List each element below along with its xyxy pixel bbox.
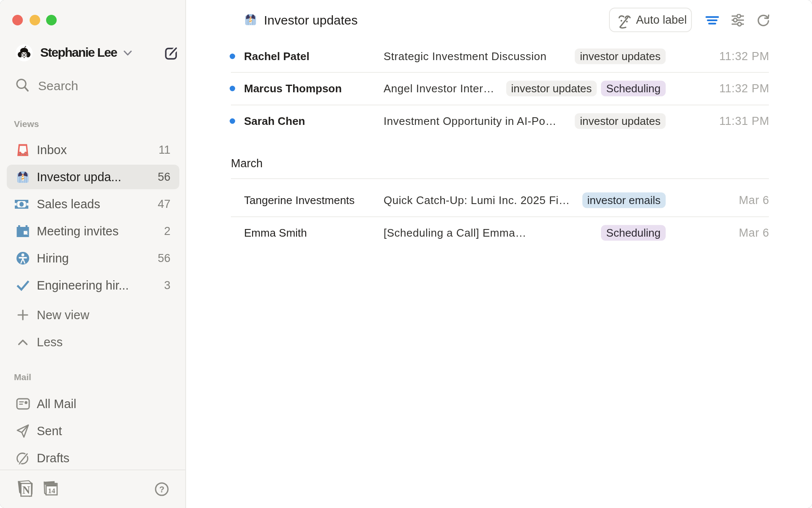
svg-text:14: 14 xyxy=(48,487,56,495)
svg-text:?: ? xyxy=(159,485,164,494)
svg-text:N: N xyxy=(22,484,30,496)
